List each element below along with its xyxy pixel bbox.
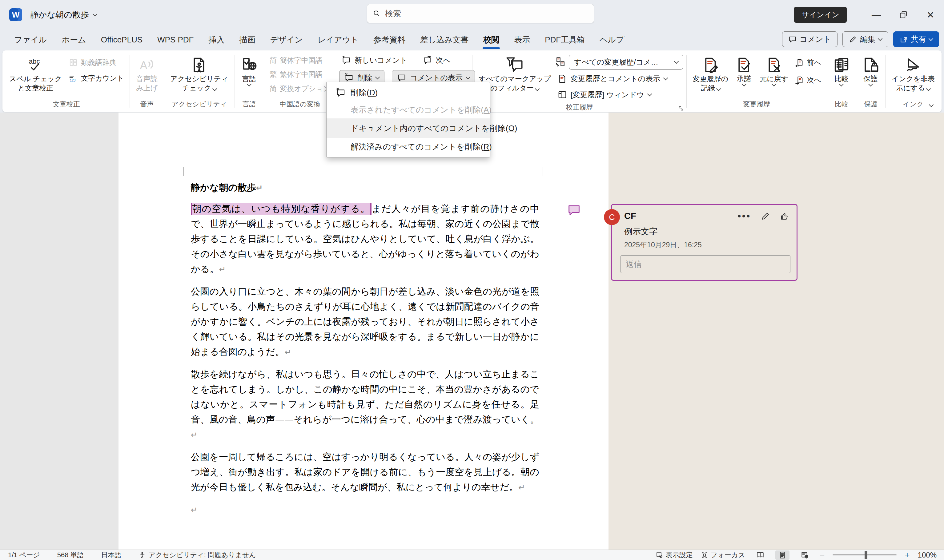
accessibility-status[interactable]: アクセシビリティ: 問題ありません [139, 551, 256, 560]
paragraph-1[interactable]: 朝の空気は、いつも特別な香りがする。まだ人々が目を覚ます前の静けさの中で、世界が… [191, 201, 539, 277]
reject-button[interactable]: 元に戻す [757, 54, 791, 87]
paragraph-mark: ↵ [191, 430, 197, 440]
tab-draw[interactable]: 描画 [232, 31, 262, 48]
traditional-chinese-button[interactable]: 繁 繁体字中国語 [267, 68, 325, 81]
tab-wps-pdf[interactable]: WPS PDF [150, 32, 201, 48]
track-changes-button[interactable]: 変更履歴の 記録 [690, 54, 732, 94]
word-count-indicator[interactable]: 568 単語 [57, 551, 84, 560]
group-label-accessibility: アクセシビリティ [167, 98, 231, 112]
language-icon [241, 56, 258, 74]
close-button[interactable]: ✕ [917, 1, 944, 28]
signin-button[interactable]: サインイン [794, 7, 847, 23]
zoom-slider[interactable] [833, 554, 896, 555]
comment-anchor-icon[interactable] [568, 205, 580, 217]
group-compare: 比較 比較 [828, 52, 855, 112]
previous-change-icon [795, 58, 804, 67]
read-aloud-button[interactable]: A 音声読 み上げ [133, 54, 160, 94]
read-mode-button[interactable] [753, 551, 767, 560]
margin-crop-mark [543, 167, 551, 176]
language-button[interactable]: 言語 [238, 54, 261, 87]
editing-button-label: 編集 [860, 34, 875, 44]
tab-design[interactable]: デザイン [262, 31, 310, 48]
focus-mode-button[interactable]: フォーカス [701, 551, 745, 560]
paragraph-3[interactable]: 散歩を続けながら、私はいつも思う。日々の忙しさの中で、人はつい立ち止まることを忘… [191, 366, 539, 443]
next-change-button[interactable]: 次へ [793, 74, 824, 87]
language-indicator[interactable]: 日本語 [101, 551, 122, 560]
reply-input[interactable] [620, 255, 790, 273]
compare-button[interactable]: 比較 [830, 54, 853, 87]
menu-item-delete-all-shown[interactable]: 表示されたすべてのコメントを削除(A) [327, 101, 490, 118]
delete-comment-icon [331, 88, 350, 97]
next-comment-button[interactable]: 次へ [420, 54, 453, 67]
document-title[interactable]: 静かな朝の散歩 [30, 9, 97, 20]
comments-button[interactable]: コメント [782, 31, 838, 47]
group-label-speech: 音声 [133, 98, 160, 112]
document-body[interactable]: 朝の空気は、いつも特別な香りがする。まだ人々が目を覚ます前の静けさの中で、世界が… [191, 201, 539, 524]
group-speech: A 音声読 み上げ 音声 [131, 52, 163, 112]
word-count-icon: 123 [69, 74, 78, 83]
group-label-changes: 変更履歴 [690, 98, 824, 112]
thesaurus-button[interactable]: 類義語辞典 [66, 56, 126, 69]
conversion-options-button[interactable]: 简 変換オプション [267, 82, 333, 95]
zoom-slider-thumb[interactable] [865, 551, 867, 559]
like-icon[interactable] [780, 212, 789, 221]
chevron-down-icon [375, 75, 380, 80]
zoom-in-button[interactable]: + [905, 550, 910, 560]
display-for-review-combo[interactable]: すべての変更履歴/コメ… [569, 55, 683, 69]
tab-home[interactable]: ホーム [54, 31, 93, 48]
accessibility-check-button[interactable]: アクセシビリティ チェック [167, 54, 231, 94]
restore-button[interactable] [890, 1, 917, 28]
tab-mailings[interactable]: 差し込み文書 [413, 31, 476, 48]
avatar: C [604, 209, 620, 225]
tab-file[interactable]: ファイル [7, 31, 54, 48]
show-markup-button[interactable]: 変更履歴とコメントの表示 [555, 72, 683, 86]
reviewing-pane-button[interactable]: [変更履歴] ウィンドウ [555, 88, 683, 102]
hide-ink-button[interactable]: インクを非表 示にする [888, 54, 938, 94]
paragraph-2[interactable]: 公園の入り口に立つと、木々の葉の間から朝日が差し込み、淡い金色の光が道を照らして… [191, 284, 539, 360]
comment-card[interactable]: C CF ••• 例示文字 2025年10月29日、16:25 [611, 204, 797, 281]
previous-change-button[interactable]: 前へ [793, 56, 824, 69]
edit-comment-icon[interactable] [761, 212, 770, 221]
zoom-level[interactable]: 100% [918, 551, 936, 559]
tab-pdf-toolbox[interactable]: PDF工具箱 [537, 31, 592, 48]
menu-item-delete[interactable]: 削除(D) [327, 84, 490, 101]
word-count-button[interactable]: 123 文字カウント [66, 72, 126, 85]
tab-references[interactable]: 参考資料 [366, 31, 413, 48]
paragraph-4[interactable]: 公園を一周して帰るころには、空はすっかり明るくなっている。人々の姿が少しずつ増え… [191, 449, 539, 495]
search-box[interactable] [367, 4, 594, 23]
comment-text: 例示文字 [612, 221, 797, 237]
document-heading[interactable]: 静かな朝の散歩↵ [191, 182, 263, 194]
tab-layout[interactable]: レイアウト [310, 31, 366, 48]
tab-insert[interactable]: 挿入 [201, 31, 232, 48]
tab-officeplus[interactable]: OfficePLUS [94, 32, 150, 48]
group-language: 言語 言語 [236, 52, 263, 112]
display-settings-button[interactable]: 表示設定 [656, 551, 693, 560]
editing-mode-button[interactable]: 編集 [842, 31, 888, 47]
spell-check-button[interactable]: abc スペル チェック と文章校正 [6, 54, 65, 94]
reviewing-pane-icon [558, 90, 567, 99]
page-indicator[interactable]: 1/1 ページ [8, 551, 40, 560]
share-button[interactable]: 共有 [893, 31, 939, 47]
new-comment-button[interactable]: 新しいコメント [339, 54, 410, 67]
protect-button[interactable]: 保護 [859, 54, 882, 87]
more-options-icon[interactable]: ••• [737, 215, 751, 218]
menu-item-delete-all-in-document[interactable]: ドキュメント内のすべてのコメントを削除(O) [327, 118, 490, 138]
tab-review[interactable]: 校閲 [476, 31, 507, 48]
tab-help[interactable]: ヘルプ [592, 31, 632, 48]
dialog-launcher-icon[interactable] [678, 105, 685, 112]
web-layout-button[interactable] [797, 551, 811, 560]
zoom-out-button[interactable]: − [820, 550, 825, 560]
print-layout-button[interactable] [775, 551, 790, 560]
search-input[interactable] [385, 9, 570, 18]
group-changes: 変更履歴の 記録 承諾 [687, 52, 826, 112]
accept-button[interactable]: 承諾 [733, 54, 755, 87]
tab-view[interactable]: 表示 [507, 31, 537, 48]
collapse-ribbon-button[interactable] [930, 102, 933, 108]
word-logo-icon[interactable]: W [9, 8, 22, 21]
document-page[interactable]: 静かな朝の散歩↵ 朝の空気は、いつも特別な香りがする。まだ人々が目を覚ます前の静… [119, 112, 609, 551]
empty-paragraph[interactable]: ↵ [191, 502, 539, 518]
simplified-chinese-button[interactable]: 简 簡体字中国語 [267, 54, 325, 67]
comment-anchor-highlight[interactable]: 朝の空気は、いつも特別な香りがする。 [191, 203, 372, 215]
minimize-button[interactable]: — [863, 1, 890, 28]
menu-item-delete-all-resolved[interactable]: 解決済みのすべてのコメントを削除(R) [327, 138, 490, 155]
